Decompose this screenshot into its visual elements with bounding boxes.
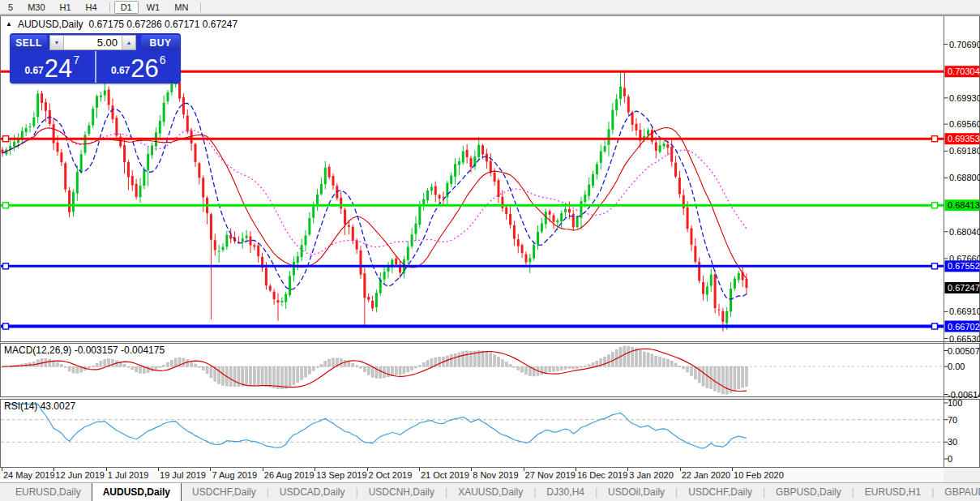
hline-handle[interactable] bbox=[3, 323, 9, 329]
buy-price-pip: 6 bbox=[160, 54, 166, 66]
date-tick bbox=[732, 468, 733, 471]
tab-usdcnh-daily[interactable]: USDCNH,Daily bbox=[358, 483, 445, 501]
svg-text:0.005076: 0.005076 bbox=[948, 346, 980, 356]
svg-text:0.69180: 0.69180 bbox=[949, 146, 980, 156]
svg-text:30: 30 bbox=[948, 437, 957, 447]
lot-decrease-button[interactable]: ▼ bbox=[50, 36, 63, 49]
date-label: 8 Nov 2019 bbox=[473, 470, 518, 480]
hline-handle[interactable] bbox=[932, 136, 938, 142]
date-label: 26 Aug 2019 bbox=[264, 470, 315, 480]
date-label: 3 Jan 2020 bbox=[629, 470, 673, 480]
date-tick bbox=[471, 468, 472, 471]
date-label: 19 Jul 2019 bbox=[160, 470, 206, 480]
date-label: 1 Jul 2019 bbox=[108, 470, 149, 480]
trade-panel-top-row: SELL ▼ 5.00 ▲ BUY bbox=[10, 33, 181, 51]
date-tick bbox=[53, 468, 54, 471]
sell-button[interactable]: SELL bbox=[11, 35, 47, 50]
date-tick bbox=[263, 468, 263, 471]
svg-text:0.69353: 0.69353 bbox=[948, 134, 980, 143]
date-tick bbox=[210, 468, 211, 471]
svg-text:0.67247: 0.67247 bbox=[948, 283, 980, 293]
date-tick bbox=[524, 468, 524, 471]
timeframe-button-d1[interactable]: D1 bbox=[114, 1, 139, 14]
timeframe-toolbar: 5M30H1H4D1W1MN bbox=[0, 0, 980, 15]
hline-handle[interactable] bbox=[3, 136, 9, 142]
lot-size-spinner: ▼ 5.00 ▲ bbox=[49, 35, 136, 50]
chart-title: ▲ AUDUSD,Daily 0.67175 0.67286 0.67171 0… bbox=[6, 19, 238, 30]
sell-price-pip: 7 bbox=[73, 54, 79, 66]
hline-handle[interactable] bbox=[932, 263, 938, 269]
svg-text:0: 0 bbox=[948, 454, 952, 464]
date-scale[interactable]: 24 May 201912 Jun 20191 Jul 201919 Jul 2… bbox=[0, 468, 944, 482]
date-label: 12 Jun 2019 bbox=[55, 470, 105, 480]
chart-ohlc-values: 0.67175 0.67286 0.67171 0.67247 bbox=[89, 19, 238, 30]
tab-usdchf-daily[interactable]: USDCHF,Daily bbox=[182, 483, 267, 501]
timeframe-button-mn[interactable]: MN bbox=[168, 1, 195, 14]
tab-gbpusd-daily[interactable]: GBPUSD,Daily bbox=[765, 483, 852, 501]
rsi-pane[interactable] bbox=[1, 400, 980, 468]
date-label: 2 Oct 2019 bbox=[369, 470, 413, 480]
tab-usdoil-daily[interactable]: USDOil,Daily bbox=[597, 483, 675, 501]
tab-dj30-h4[interactable]: DJ30,H4 bbox=[536, 483, 595, 501]
svg-text:0.66530: 0.66530 bbox=[949, 334, 980, 344]
hline-handle[interactable] bbox=[932, 203, 938, 208]
toolbar-separator bbox=[200, 2, 201, 12]
date-tick bbox=[106, 468, 107, 471]
date-tick bbox=[576, 468, 576, 471]
svg-text:0.70690: 0.70690 bbox=[949, 40, 980, 49]
svg-text:0.67552: 0.67552 bbox=[948, 261, 980, 271]
toolbar-separator bbox=[109, 2, 110, 12]
date-tick bbox=[419, 468, 420, 471]
rsi-indicator-label: RSI(14) 43.0027 bbox=[4, 400, 75, 412]
date-label: 13 Sep 2019 bbox=[316, 470, 366, 480]
date-tick bbox=[315, 468, 315, 471]
buy-price-box[interactable]: 0.67 26 6 bbox=[95, 51, 182, 83]
date-label: 27 Nov 2019 bbox=[525, 470, 576, 480]
timeframe-button-5[interactable]: 5 bbox=[2, 1, 19, 14]
tab-usdcad-daily[interactable]: USDCAD,Daily bbox=[269, 483, 356, 501]
date-label: 10 Feb 2020 bbox=[734, 470, 784, 480]
sell-price-box[interactable]: 0.67 24 7 bbox=[10, 51, 95, 83]
macd-indicator-label: MACD(12,26,9) -0.003157 -0.004175 bbox=[4, 345, 165, 356]
sell-price-big: 24 bbox=[45, 56, 72, 81]
tab-gbpaud-h1[interactable]: GBPAUD,H1 bbox=[934, 483, 980, 501]
svg-text:0.69930: 0.69930 bbox=[949, 93, 980, 103]
tab-audusd-daily[interactable]: AUDUSD,Daily bbox=[92, 483, 182, 501]
svg-text:0.68800: 0.68800 bbox=[949, 173, 980, 182]
date-tick bbox=[158, 468, 159, 471]
buy-button[interactable]: BUY bbox=[141, 35, 180, 50]
tab-eurusd-h1[interactable]: EURUSD,H1 bbox=[854, 483, 931, 501]
terminal-window: 5M30H1H4D1W1MN 0.706900.699300.695600.69… bbox=[0, 0, 980, 501]
svg-text:0.66910: 0.66910 bbox=[949, 306, 980, 316]
date-label: 7 Aug 2019 bbox=[212, 470, 257, 480]
tab-xauusd-daily[interactable]: XAUUSD,Daily bbox=[447, 483, 533, 501]
svg-text:0.68413: 0.68413 bbox=[948, 200, 980, 210]
svg-text:100: 100 bbox=[948, 398, 962, 408]
svg-text:0.69560: 0.69560 bbox=[949, 119, 980, 129]
date-label: 21 Oct 2019 bbox=[421, 470, 469, 480]
sell-price-base: 0.67 bbox=[24, 65, 43, 76]
timeframe-button-w1[interactable]: W1 bbox=[140, 1, 167, 14]
tab-eurusd-daily[interactable]: EURUSD,Daily bbox=[5, 483, 92, 501]
timeframe-button-h4[interactable]: H4 bbox=[79, 1, 104, 14]
one-click-toggle-icon[interactable]: ▲ bbox=[6, 21, 12, 28]
timeframe-button-m30[interactable]: M30 bbox=[21, 1, 51, 14]
date-tick bbox=[680, 468, 681, 471]
tab-usdchf-daily[interactable]: USDCHF,Daily bbox=[678, 483, 763, 501]
date-label: 16 Dec 2019 bbox=[577, 470, 627, 480]
hline-handle[interactable] bbox=[932, 323, 938, 329]
date-tick bbox=[2, 468, 2, 471]
chart-tabs: EURUSD,DailyAUDUSD,DailyUSDCHF,Daily|USD… bbox=[0, 482, 980, 501]
hline-handle[interactable] bbox=[3, 263, 9, 269]
svg-text:0.68040: 0.68040 bbox=[949, 227, 980, 237]
date-tick bbox=[627, 468, 628, 471]
lot-size-input[interactable]: 5.00 bbox=[63, 36, 122, 49]
svg-text:0.70304: 0.70304 bbox=[948, 66, 980, 76]
hline-handle[interactable] bbox=[3, 203, 9, 208]
buy-price-base: 0.67 bbox=[111, 65, 130, 76]
svg-text:70: 70 bbox=[948, 415, 957, 425]
svg-text:0.66702: 0.66702 bbox=[948, 322, 980, 332]
timeframe-button-h1[interactable]: H1 bbox=[53, 1, 78, 14]
lot-increase-button[interactable]: ▲ bbox=[122, 36, 135, 49]
buy-price-big: 26 bbox=[131, 56, 158, 81]
